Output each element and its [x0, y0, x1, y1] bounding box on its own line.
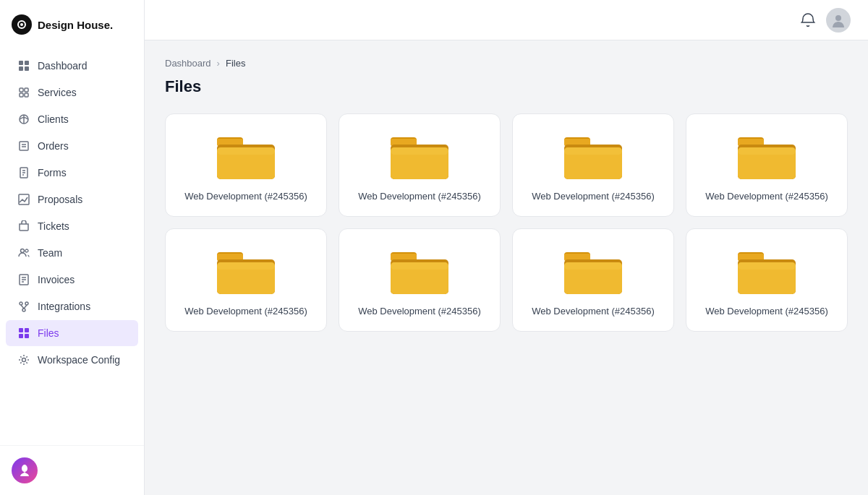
folder-icon [564, 246, 622, 294]
svg-point-21 [25, 249, 28, 252]
file-card[interactable]: Web Development (#245356) [165, 228, 327, 332]
file-card-label: Web Development (#245356) [532, 191, 655, 202]
sidebar-nav: Dashboard Services Client [0, 49, 144, 445]
svg-rect-32 [25, 328, 29, 332]
logo-icon [12, 14, 32, 35]
sidebar-item-integrations[interactable]: Integrations [6, 293, 138, 319]
file-card-label: Web Development (#245356) [532, 306, 655, 317]
breadcrumb-current: Files [226, 58, 245, 69]
svg-point-20 [21, 249, 25, 253]
svg-line-29 [21, 305, 24, 309]
sidebar-item-proposals-label: Proposals [38, 194, 82, 205]
folder-icon [217, 246, 275, 294]
sidebar-item-services[interactable]: Services [6, 79, 138, 106]
sidebar-item-invoices[interactable]: Invoices [6, 267, 138, 293]
folder-icon [217, 132, 275, 179]
svg-rect-2 [19, 61, 23, 65]
sidebar-item-tickets[interactable]: Tickets [6, 213, 138, 239]
svg-rect-42 [217, 147, 275, 155]
svg-rect-6 [20, 88, 23, 92]
svg-point-1 [20, 23, 23, 26]
svg-rect-19 [19, 194, 29, 205]
file-card[interactable]: Web Development (#245356) [512, 113, 674, 217]
folder-icon [391, 246, 448, 294]
svg-rect-7 [25, 88, 28, 92]
sidebar-item-files[interactable]: Files [6, 320, 138, 346]
sidebar-item-forms[interactable]: Forms [6, 160, 138, 186]
sidebar-item-forms-label: Forms [38, 167, 67, 178]
sidebar-item-files-label: Files [38, 327, 59, 339]
svg-rect-52 [564, 147, 622, 155]
sidebar-item-team-label: Team [38, 247, 62, 259]
breadcrumb-separator: › [217, 58, 220, 69]
sidebar-item-invoices-label: Invoices [38, 274, 75, 285]
forms-icon [17, 166, 30, 179]
content-area: Dashboard › Files Files Web De [145, 40, 868, 495]
file-card[interactable]: Web Development (#245356) [339, 228, 501, 332]
invoices-icon [17, 273, 30, 286]
app-name: Design House. [38, 19, 113, 31]
svg-line-30 [24, 305, 27, 309]
svg-rect-34 [25, 334, 29, 338]
sidebar-item-clients[interactable]: Clients [6, 106, 138, 132]
file-card-label: Web Development (#245356) [358, 191, 481, 202]
breadcrumb: Dashboard › Files [165, 58, 848, 69]
svg-rect-5 [25, 66, 29, 71]
sidebar-item-orders-label: Orders [38, 140, 69, 152]
svg-point-27 [25, 302, 28, 305]
sidebar-item-integrations-label: Integrations [38, 301, 90, 312]
sidebar-item-dashboard-label: Dashboard [38, 60, 88, 72]
sidebar-item-workspace-config-label: Workspace Config [38, 354, 120, 366]
svg-rect-33 [19, 334, 23, 338]
proposals-icon [17, 193, 30, 206]
main-content: Dashboard › Files Files Web De [145, 0, 868, 495]
svg-rect-31 [19, 328, 23, 332]
svg-rect-62 [217, 262, 275, 270]
file-card-label: Web Development (#245356) [184, 306, 307, 317]
dashboard-icon [17, 59, 30, 72]
clients-icon [17, 113, 30, 126]
topbar [145, 0, 868, 40]
svg-rect-8 [20, 93, 23, 97]
svg-point-35 [22, 358, 26, 362]
bottom-avatar[interactable] [12, 457, 38, 483]
sidebar-item-workspace-config[interactable]: Workspace Config [6, 347, 138, 373]
file-card-label: Web Development (#245356) [705, 191, 828, 202]
sidebar-bottom [0, 445, 144, 495]
app-logo[interactable]: Design House. [0, 0, 144, 49]
sidebar: Design House. Dashboard [0, 0, 145, 495]
folder-icon [738, 246, 796, 294]
svg-rect-4 [19, 66, 23, 71]
user-avatar[interactable] [826, 8, 851, 33]
notifications-bell-icon[interactable] [800, 12, 816, 28]
svg-rect-72 [564, 262, 622, 270]
sidebar-item-dashboard[interactable]: Dashboard [6, 53, 138, 79]
sidebar-item-proposals[interactable]: Proposals [6, 186, 138, 212]
orders-icon [17, 139, 30, 152]
files-grid: Web Development (#245356) Web Developmen… [165, 113, 848, 332]
tickets-icon [17, 220, 30, 233]
svg-point-37 [835, 15, 841, 21]
svg-rect-77 [738, 262, 796, 270]
workspace-config-icon [17, 353, 30, 366]
file-card-label: Web Development (#245356) [358, 306, 481, 317]
file-card[interactable]: Web Development (#245356) [686, 113, 848, 217]
breadcrumb-parent[interactable]: Dashboard [165, 58, 211, 69]
files-icon [17, 327, 30, 340]
team-icon [17, 246, 30, 259]
file-card-label: Web Development (#245356) [184, 191, 307, 202]
file-card[interactable]: Web Development (#245356) [512, 228, 674, 332]
sidebar-item-orders[interactable]: Orders [6, 133, 138, 159]
page-title: Files [165, 77, 848, 96]
folder-icon [738, 132, 796, 179]
svg-rect-57 [738, 147, 796, 155]
sidebar-item-tickets-label: Tickets [38, 220, 69, 232]
file-card[interactable]: Web Development (#245356) [339, 113, 501, 217]
sidebar-item-clients-label: Clients [38, 113, 69, 125]
file-card[interactable]: Web Development (#245356) [165, 113, 327, 217]
svg-point-28 [22, 309, 25, 311]
file-card[interactable]: Web Development (#245356) [686, 228, 848, 332]
sidebar-item-team[interactable]: Team [6, 240, 138, 266]
svg-rect-47 [391, 147, 448, 155]
folder-icon [391, 132, 448, 179]
